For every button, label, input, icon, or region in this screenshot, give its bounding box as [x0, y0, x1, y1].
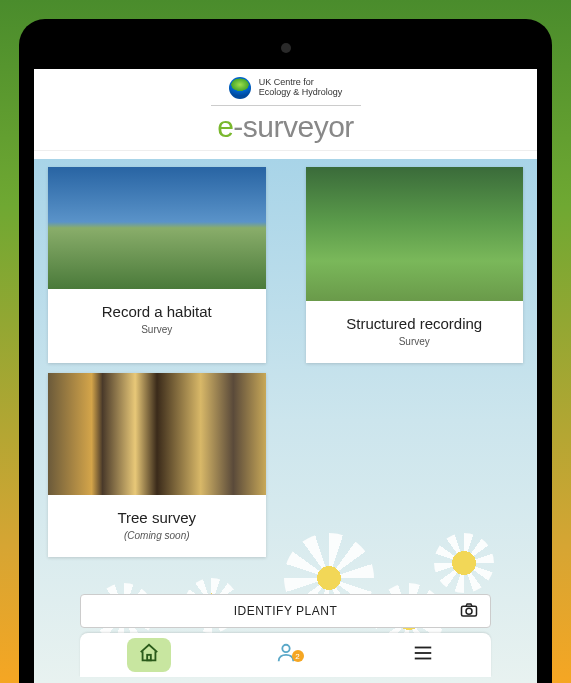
nav-profile-button[interactable]: 2	[264, 638, 308, 672]
card-subtitle: (Coming soon)	[54, 530, 260, 541]
device-camera-icon	[281, 43, 291, 53]
card-record-habitat[interactable]: Record a habitat Survey	[48, 167, 266, 363]
svg-point-3	[282, 645, 289, 652]
bottom-nav: 2	[80, 633, 491, 677]
card-subtitle: Survey	[312, 336, 518, 347]
app-brand: e-surveyor	[34, 110, 537, 144]
profile-badge: 2	[292, 650, 304, 662]
card-title: Structured recording	[312, 315, 518, 332]
card-image-habitat	[48, 167, 266, 289]
nav-home-button[interactable]	[127, 638, 171, 672]
svg-rect-2	[147, 655, 151, 661]
card-structured-recording[interactable]: Structured recording Survey	[306, 167, 524, 363]
brand-prefix: e	[217, 110, 233, 143]
card-subtitle: Survey	[54, 324, 260, 335]
hamburger-icon	[412, 642, 434, 668]
nav-menu-button[interactable]	[401, 638, 445, 672]
tablet-frame: UK Centre for Ecology & Hydrology e-surv…	[19, 19, 552, 683]
ukceh-logo-icon	[229, 77, 251, 99]
identify-plant-button[interactable]: IDENTIFY PLANT	[80, 594, 491, 628]
app-screen: UK Centre for Ecology & Hydrology e-surv…	[34, 69, 537, 683]
brand-rest: -surveyor	[233, 110, 354, 143]
card-image-structured	[306, 167, 524, 301]
org-logo-block: UK Centre for Ecology & Hydrology	[211, 77, 361, 106]
card-title: Record a habitat	[54, 303, 260, 320]
svg-point-1	[466, 608, 472, 614]
card-tree-survey[interactable]: Tree survey (Coming soon)	[48, 373, 266, 557]
camera-icon	[460, 602, 478, 621]
org-name-line2: Ecology & Hydrology	[259, 87, 343, 97]
survey-card-grid: Record a habitat Survey Structured recor…	[34, 159, 537, 565]
identify-plant-label: IDENTIFY PLANT	[234, 604, 337, 618]
app-header: UK Centre for Ecology & Hydrology e-surv…	[34, 69, 537, 151]
org-name: UK Centre for Ecology & Hydrology	[259, 78, 343, 98]
main-content: Record a habitat Survey Structured recor…	[34, 159, 537, 683]
home-icon	[138, 642, 160, 668]
org-name-line1: UK Centre for	[259, 77, 314, 87]
card-title: Tree survey	[54, 509, 260, 526]
card-image-tree	[48, 373, 266, 495]
